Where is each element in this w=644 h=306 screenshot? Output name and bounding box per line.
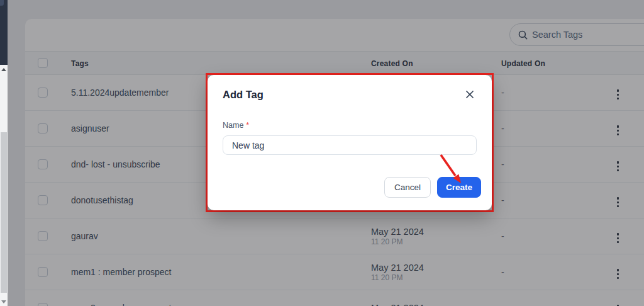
name-field-label: Name	[223, 121, 243, 130]
annotation-arrow	[434, 150, 469, 189]
vertical-scrollbar[interactable]	[0, 65, 8, 306]
cancel-button[interactable]: Cancel	[384, 177, 431, 198]
scrollbar-thumb[interactable]	[1, 132, 7, 293]
scrollbar-down-arrow-icon[interactable]	[0, 297, 8, 306]
add-tag-modal: Add Tag Name* Cancel Create	[208, 75, 492, 210]
close-icon[interactable]	[464, 89, 475, 100]
required-asterisk: *	[246, 121, 249, 130]
modal-title: Add Tag	[223, 89, 264, 101]
scrollbar-up-arrow-icon[interactable]	[0, 65, 8, 74]
sidebar-tab	[0, 0, 4, 6]
app-sidebar-edge	[0, 0, 8, 65]
